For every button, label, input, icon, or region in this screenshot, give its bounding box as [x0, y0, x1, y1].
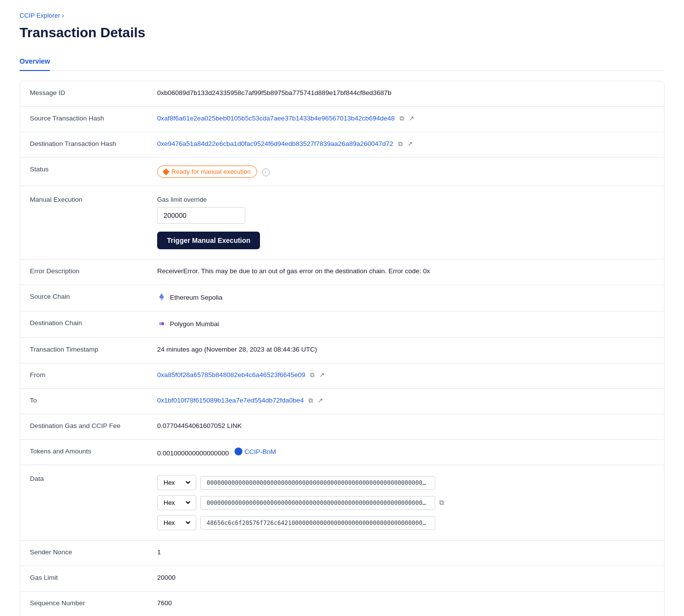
tabs-container: Overview: [20, 52, 664, 71]
table-row: Gas Limit 20000: [20, 566, 664, 592]
tx-timestamp-label: Transaction Timestamp: [20, 338, 147, 361]
copy-data-1-icon[interactable]: ⧉: [439, 498, 444, 507]
source-chain-text: Ethereum Sepolia: [170, 294, 222, 301]
tokens-amounts-label: Tokens and Amounts: [20, 440, 147, 463]
table-row: Source Chain Ethereum Sepolia: [20, 285, 664, 311]
ccip-token-link[interactable]: CCIP-BnM: [244, 448, 276, 455]
data-format-select-2[interactable]: Hex Text: [157, 515, 196, 530]
data-section: Hex Text 0000000000000000000000000000000…: [147, 465, 454, 540]
data-value-0: 0000000000000000000000000000000000000000…: [200, 476, 435, 490]
external-link-source-tx-icon[interactable]: ↗: [409, 115, 414, 122]
table-row: Sender Nonce 1: [20, 541, 664, 566]
sequence-number-value: 7600: [147, 592, 664, 615]
copy-from-icon[interactable]: ⧉: [310, 371, 314, 379]
message-id-value: 0xb06089d7b133d24335958c7af99f5b8975ba77…: [147, 81, 664, 104]
gas-limit-value: 20000: [147, 566, 664, 589]
status-badge: Ready for manual execution: [157, 166, 257, 178]
table-row: Destination Gas and CCIP Fee 0.077044540…: [20, 414, 664, 440]
dest-gas-ccip-fee-label: Destination Gas and CCIP Fee: [20, 414, 147, 437]
source-tx-hash-value: 0xaf8f6a61e2ea025beb0105b5c53cda7aee37b1…: [147, 107, 664, 130]
manual-execution-cell: Gas limit override Trigger Manual Execut…: [147, 186, 270, 259]
source-chain-icon-group: Ethereum Sepolia: [157, 293, 222, 302]
dest-chain-label: Destination Chain: [20, 311, 147, 334]
dest-tx-hash-value: 0xe9476a51a84d22e6cba1d0fac9524f6d94edb8…: [147, 132, 664, 156]
from-label: From: [20, 363, 147, 386]
page-title: Transaction Details: [20, 25, 664, 41]
data-row-0: Hex Text 0000000000000000000000000000000…: [157, 475, 444, 490]
dest-chain-icon-group: Polygon Mumbai: [157, 319, 219, 328]
ccip-badge: CCIP-BnM: [235, 448, 276, 455]
table-row: Sequence Number 7600: [20, 592, 664, 616]
dest-tx-hash-label: Destination Transaction Hash: [20, 132, 147, 155]
tx-timestamp-value: 24 minutes ago (November 28, 2023 at 08:…: [147, 338, 664, 361]
dest-chain-text: Polygon Mumbai: [170, 320, 219, 328]
to-value: 0x1bf010f78f615089b13ea7e7ed554db72fda0b…: [147, 389, 664, 412]
external-link-to-icon[interactable]: ↗: [318, 397, 323, 404]
data-value-2: 48656c6c6f20576f726c64210000000000000000…: [200, 516, 435, 530]
from-address-link[interactable]: 0xa85f0f28a65785b848082eb4c6a46523f6645e…: [157, 371, 306, 379]
trigger-manual-execution-button[interactable]: Trigger Manual Execution: [157, 232, 260, 249]
table-row: Manual Execution Gas limit override Trig…: [20, 186, 664, 260]
status-diamond-icon: [163, 168, 169, 175]
copy-source-tx-icon[interactable]: ⧉: [400, 115, 404, 122]
table-row: Destination Chain Polygon Mumbai: [20, 311, 664, 338]
tokens-amounts-value: 0.001000000000000000 CCIP-BnM: [147, 440, 664, 465]
source-chain-value: Ethereum Sepolia: [147, 285, 664, 311]
message-id-label: Message ID: [20, 81, 147, 104]
sequence-number-label: Sequence Number: [20, 592, 147, 615]
manual-execution-label: Manual Execution: [20, 186, 147, 211]
copy-to-icon[interactable]: ⧉: [308, 397, 313, 404]
source-tx-hash-link[interactable]: 0xaf8f6a61e2ea025beb0105b5c53cda7aee37b1…: [157, 115, 395, 122]
source-tx-hash-label: Source Transaction Hash: [20, 107, 147, 130]
external-link-dest-tx-icon[interactable]: ↗: [407, 140, 413, 147]
tab-overview[interactable]: Overview: [20, 52, 50, 71]
polygon-icon: [157, 319, 166, 328]
ccip-dot-icon: [235, 448, 242, 455]
copy-dest-tx-icon[interactable]: ⧉: [398, 140, 402, 148]
dest-gas-ccip-fee-value: 0.07704454061607052 LINK: [147, 414, 664, 437]
status-value: Ready for manual execution i: [147, 158, 664, 186]
from-value: 0xa85f0f28a65785b848082eb4c6a46523f6645e…: [147, 363, 664, 387]
data-label: Data: [20, 465, 147, 490]
error-description-value: ReceiverError. This may be due to an out…: [147, 260, 664, 283]
table-row: Tokens and Amounts 0.001000000000000000 …: [20, 440, 664, 465]
data-row-1: Hex Text 0000000000000000000000000000000…: [157, 495, 444, 510]
gas-limit-label: Gas Limit: [20, 566, 147, 589]
table-row: Destination Transaction Hash 0xe9476a51a…: [20, 132, 664, 158]
gas-override-label: Gas limit override: [157, 196, 260, 203]
details-table: Message ID 0xb06089d7b133d24335958c7af99…: [20, 81, 664, 616]
data-format-select-1[interactable]: Hex Text: [157, 495, 196, 510]
ethereum-icon: [157, 293, 166, 302]
to-label: To: [20, 389, 147, 412]
token-amount: 0.001000000000000000: [157, 450, 229, 457]
to-address-link[interactable]: 0x1bf010f78f615089b13ea7e7ed554db72fda0b…: [157, 397, 304, 404]
sender-nonce-label: Sender Nonce: [20, 541, 147, 564]
status-label: Status: [20, 158, 147, 181]
breadcrumb[interactable]: CCIP Explorer ›: [20, 12, 664, 19]
gas-limit-input[interactable]: [157, 207, 245, 224]
external-link-from-icon[interactable]: ↗: [319, 371, 325, 379]
status-info-icon[interactable]: i: [262, 168, 270, 176]
source-chain-label: Source Chain: [20, 285, 147, 308]
hex-select-input-1[interactable]: Hex Text: [162, 498, 192, 507]
dest-tx-hash-link[interactable]: 0xe9476a51a84d22e6cba1d0fac9524f6d94edb8…: [157, 140, 393, 147]
data-format-select-0[interactable]: Hex Text: [157, 475, 196, 490]
hex-select-input-0[interactable]: Hex Text: [162, 478, 192, 487]
sender-nonce-value: 1: [147, 541, 664, 564]
table-row: Source Transaction Hash 0xaf8f6a61e2ea02…: [20, 107, 664, 132]
table-row: Transaction Timestamp 24 minutes ago (No…: [20, 338, 664, 363]
dest-chain-value: Polygon Mumbai: [147, 311, 664, 337]
data-row-2: Hex Text 48656c6c6f20576f726c64210000000…: [157, 515, 444, 530]
table-row: Data Hex Text 00000000000000000000000000…: [20, 465, 664, 541]
data-value-1: 0000000000000000000000000000000000000000…: [200, 496, 435, 510]
hex-select-input-2[interactable]: Hex Text: [162, 519, 192, 527]
status-badge-text: Ready for manual execution: [171, 168, 251, 175]
table-row: To 0x1bf010f78f615089b13ea7e7ed554db72fd…: [20, 389, 664, 414]
error-description-label: Error Description: [20, 260, 147, 283]
table-row: Error Description ReceiverError. This ma…: [20, 260, 664, 285]
table-row: Message ID 0xb06089d7b133d24335958c7af99…: [20, 81, 664, 107]
table-row: From 0xa85f0f28a65785b848082eb4c6a46523f…: [20, 363, 664, 389]
table-row: Status Ready for manual execution i: [20, 158, 664, 186]
